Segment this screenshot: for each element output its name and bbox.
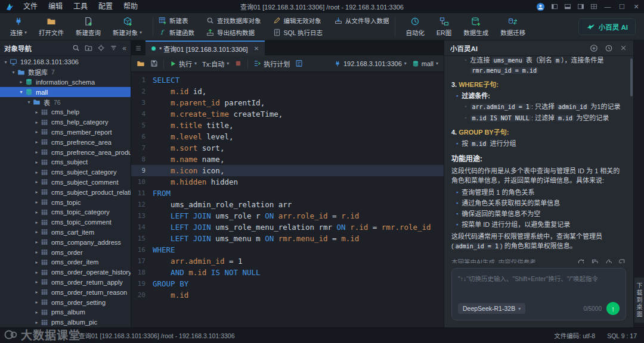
panel-right-icon[interactable] <box>577 3 584 10</box>
collapsed-arrow-icon[interactable]: ▸ <box>33 250 40 255</box>
collapsed-arrow-icon[interactable]: ▸ <box>33 129 40 135</box>
toolbar-button-连接[interactable]: 连接▾ <box>5 15 32 38</box>
menu-item[interactable]: 帮助 <box>118 0 143 13</box>
code-line[interactable]: 17 arr.admin_id = 1 <box>131 255 444 267</box>
toolbar-button-导出结构数据[interactable]: 导出结构数据 <box>206 28 261 37</box>
collapsed-arrow-icon[interactable]: ▸ <box>33 229 40 235</box>
code-line[interactable]: 6 m.level level, <box>131 131 444 142</box>
toolbar-button-自动化[interactable]: 自动化 <box>401 15 431 38</box>
locate-icon[interactable] <box>97 44 105 52</box>
tree-item[interactable]: ▸oms_order_operate_history <box>0 267 131 277</box>
code-line[interactable]: 13 LEFT JOIN ums_role r ON arr.role_id =… <box>131 210 444 222</box>
collapsed-arrow-icon[interactable]: ▸ <box>33 320 40 325</box>
tree-item[interactable]: ▸cms_member_report <box>0 127 131 138</box>
database-selector[interactable]: mall ▾ <box>412 60 438 67</box>
toolbar-button-从文件导入数据[interactable]: 从文件导入数据 <box>335 16 389 25</box>
tree-item[interactable]: ▸cms_subject_category <box>0 167 131 177</box>
code-line[interactable]: 11FROM <box>131 188 444 199</box>
tree-item[interactable]: ▸cms_help <box>0 107 131 117</box>
expanded-arrow-icon[interactable]: ▾ <box>26 99 32 105</box>
code-line[interactable]: 15 LEFT JOIN ums_menu m ON rmr.menu_id =… <box>131 233 444 244</box>
filter-icon[interactable] <box>110 44 117 52</box>
tab-close-icon[interactable]: ✕ <box>254 45 259 52</box>
transaction-mode-dropdown[interactable]: Tx:自动 ▾ <box>202 59 229 68</box>
tree-item[interactable]: ▸cms_prefrence_area <box>0 137 131 147</box>
code-line[interactable]: 16WHERE <box>131 244 444 255</box>
close-button[interactable]: ✕ <box>632 3 640 11</box>
code-line[interactable]: 3 m.parent_id parentId, <box>131 97 444 108</box>
collapsed-arrow-icon[interactable]: ▸ <box>33 270 40 275</box>
explain-plan-button[interactable]: 执行计划 <box>253 59 290 68</box>
tree-item[interactable]: ▸oms_order_return_apply <box>0 277 131 288</box>
toolbar-button-新建查询[interactable]: 新建查询 <box>70 15 106 38</box>
collapsed-arrow-icon[interactable]: ▸ <box>33 189 40 195</box>
toolbar-button-数据生成[interactable]: 数据生成 <box>458 15 494 38</box>
tree-item[interactable]: ▸oms_order <box>0 247 131 257</box>
collapsed-arrow-icon[interactable]: ▸ <box>33 149 40 155</box>
regenerate-icon[interactable] <box>577 258 585 264</box>
connection-selector[interactable]: 192.168.3.101:3306 ▾ <box>334 60 407 67</box>
tree-item[interactable]: ▸oms_order_return_reason <box>0 287 131 297</box>
code-line[interactable]: 9 m.icon icon, <box>131 165 444 176</box>
ai-scrollbar[interactable] <box>630 58 633 96</box>
run-button[interactable]: 执行 ▾ <box>169 59 197 68</box>
code-line[interactable]: 19GROUP BY <box>131 278 444 289</box>
sql-code-area[interactable]: 1SELECT2 m.id id,3 m.parent_id parentId,… <box>131 72 444 328</box>
collapsed-arrow-icon[interactable]: ▸ <box>33 300 40 305</box>
toolbar-button-查找数据库对象[interactable]: 查找数据库对象 <box>206 16 261 25</box>
code-line[interactable]: 7 m.sort sort, <box>131 142 444 154</box>
model-selector[interactable]: DeepSeek-R1-32B ▾ <box>458 303 525 314</box>
menu-item[interactable]: 文件 <box>18 0 43 13</box>
code-line[interactable]: 18 AND m.id IS NOT NULL <box>131 267 444 278</box>
tree-item[interactable]: ▸cms_subject_comment <box>0 177 131 188</box>
open-file-icon[interactable] <box>137 60 145 68</box>
tree-item[interactable]: ▾表76 <box>0 97 131 107</box>
collapse-sidebar-icon[interactable]: « <box>122 44 126 52</box>
new-chat-icon[interactable] <box>590 44 598 52</box>
search-icon[interactable] <box>72 44 80 52</box>
collapsed-arrow-icon[interactable]: ▸ <box>18 79 24 85</box>
toolbar-button-编辑无效对象[interactable]: 编辑无效对象 <box>273 16 323 25</box>
collapsed-arrow-icon[interactable]: ▸ <box>33 160 40 165</box>
collapsed-arrow-icon[interactable]: ▸ <box>33 199 40 205</box>
tree-item[interactable]: ▸cms_help_category <box>0 117 131 127</box>
history-icon[interactable] <box>605 44 613 52</box>
collapsed-arrow-icon[interactable]: ▸ <box>33 279 40 285</box>
toolbar-button-数据迁移[interactable]: 数据迁移 <box>495 15 531 38</box>
maximize-button[interactable]: ☐ <box>618 3 626 11</box>
code-line[interactable]: 2 m.id id, <box>131 86 444 97</box>
tree-item[interactable]: ▾192.168.3.101:3306 <box>0 57 131 67</box>
tree-item[interactable]: ▸oms_company_address <box>0 237 131 247</box>
collapsed-arrow-icon[interactable]: ▸ <box>33 179 40 185</box>
thumbs-up-icon[interactable] <box>605 258 612 264</box>
tree-item[interactable]: ▸cms_subject <box>0 157 131 167</box>
collapsed-arrow-icon[interactable]: ▸ <box>33 120 40 125</box>
panel-bottom-icon[interactable] <box>564 3 571 10</box>
ai-input-box[interactable]: "↑↓"切换历史输入、"Shift+Enter"换行、"/"唤起指令 DeepS… <box>451 268 626 320</box>
menu-item[interactable]: 编辑 <box>43 0 68 13</box>
toolbar-button-新建函数[interactable]: f新建函数 <box>159 28 194 37</box>
panel-left-icon[interactable] <box>551 3 558 10</box>
tree-item[interactable]: ▸oms_order_setting <box>0 297 131 307</box>
code-line[interactable]: 8 m.name name, <box>131 154 444 165</box>
minimize-button[interactable]: — <box>603 3 612 10</box>
toolbar-button-打开文件[interactable]: 打开文件 <box>33 15 69 38</box>
tree-item[interactable]: ▸cms_topic_comment <box>0 217 131 227</box>
send-button[interactable]: ↑ <box>606 302 620 315</box>
tree-item[interactable]: ▾mall <box>0 87 131 97</box>
new-folder-icon[interactable] <box>85 44 92 52</box>
collapsed-arrow-icon[interactable]: ▸ <box>33 110 40 115</box>
tree-item[interactable]: ▸oms_cart_item <box>0 227 131 238</box>
close-panel-icon[interactable] <box>620 44 627 52</box>
expanded-arrow-icon[interactable]: ▾ <box>10 70 17 75</box>
code-line[interactable]: 1SELECT <box>131 74 444 86</box>
expanded-arrow-icon[interactable]: ▾ <box>18 89 24 95</box>
toolbar-button-新建对象[interactable]: 新建对象▾ <box>107 15 147 38</box>
tree-item[interactable]: ▸information_schema <box>0 77 131 88</box>
collapsed-arrow-icon[interactable]: ▸ <box>33 170 40 175</box>
code-line[interactable]: 10 m.hidden hidden <box>131 176 444 188</box>
code-line[interactable]: 4 m.create_time createTime, <box>131 108 444 120</box>
save-icon[interactable] <box>150 60 158 67</box>
code-line[interactable]: 5 m.title title, <box>131 120 444 131</box>
status-cursor-position[interactable]: SQL 9 : 17 <box>607 332 637 339</box>
